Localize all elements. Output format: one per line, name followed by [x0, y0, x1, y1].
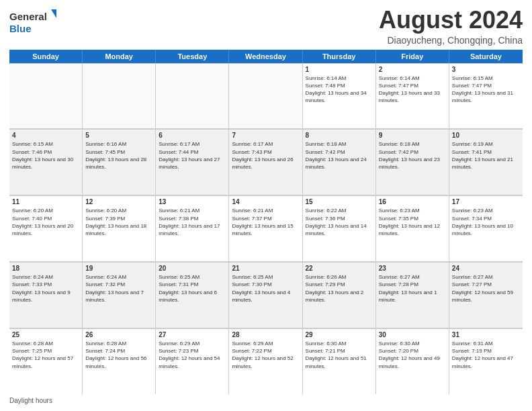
cell-text: Sunrise: 6:30 AM Sunset: 7:20 PM Dayligh… [379, 340, 446, 370]
day-number: 19 [85, 265, 152, 272]
cell-text: Sunrise: 6:17 AM Sunset: 7:44 PM Dayligh… [159, 140, 226, 171]
calendar-header-day: Thursday [303, 50, 376, 63]
cell-text: Sunrise: 6:27 AM Sunset: 7:27 PM Dayligh… [452, 273, 520, 304]
cell-text: Sunrise: 6:31 AM Sunset: 7:19 PM Dayligh… [452, 340, 520, 370]
calendar-cell: 6Sunrise: 6:17 AM Sunset: 7:44 PM Daylig… [156, 129, 229, 195]
day-number: 4 [12, 132, 79, 139]
calendar-cell: 4Sunrise: 6:15 AM Sunset: 7:46 PM Daylig… [9, 129, 83, 195]
calendar-cell: 13Sunrise: 6:21 AM Sunset: 7:38 PM Dayli… [156, 195, 229, 261]
calendar-cell: 14Sunrise: 6:21 AM Sunset: 7:37 PM Dayli… [229, 195, 302, 261]
svg-text:General: General [9, 11, 47, 22]
day-number: 26 [85, 331, 152, 338]
title-section: August 2024 Diaoyucheng, Chongqing, Chin… [379, 7, 523, 46]
calendar-cell: 12Sunrise: 6:20 AM Sunset: 7:39 PM Dayli… [83, 195, 156, 261]
calendar-header-day: Saturday [449, 50, 523, 63]
calendar-cell: 25Sunrise: 6:28 AM Sunset: 7:25 PM Dayli… [9, 328, 83, 394]
calendar-cell: 9Sunrise: 6:18 AM Sunset: 7:42 PM Daylig… [376, 129, 449, 195]
calendar-cell: 2Sunrise: 6:14 AM Sunset: 7:47 PM Daylig… [376, 63, 449, 129]
cell-text: Sunrise: 6:18 AM Sunset: 7:42 PM Dayligh… [306, 140, 373, 171]
day-number: 3 [452, 66, 520, 73]
cell-text: Sunrise: 6:20 AM Sunset: 7:40 PM Dayligh… [12, 207, 79, 237]
calendar-header: SundayMondayTuesdayWednesdayThursdayFrid… [9, 50, 523, 63]
header: General Blue August 2024 Diaoyucheng, Ch… [9, 7, 523, 46]
subtitle: Diaoyucheng, Chongqing, China [379, 35, 523, 46]
day-number: 13 [159, 198, 226, 205]
logo: General Blue [9, 7, 56, 36]
calendar-cell [156, 63, 229, 129]
calendar-cell: 20Sunrise: 6:25 AM Sunset: 7:31 PM Dayli… [156, 262, 229, 328]
day-number: 20 [159, 265, 226, 272]
cell-text: Sunrise: 6:26 AM Sunset: 7:29 PM Dayligh… [306, 273, 373, 304]
calendar-cell: 5Sunrise: 6:16 AM Sunset: 7:45 PM Daylig… [83, 129, 156, 195]
calendar-cell: 3Sunrise: 6:15 AM Sunset: 7:47 PM Daylig… [449, 63, 523, 129]
calendar-header-day: Wednesday [229, 50, 302, 63]
day-number: 11 [12, 198, 79, 205]
calendar-body: 1Sunrise: 6:14 AM Sunset: 7:48 PM Daylig… [9, 63, 523, 394]
calendar-cell: 22Sunrise: 6:26 AM Sunset: 7:29 PM Dayli… [303, 262, 376, 328]
calendar-cell: 30Sunrise: 6:30 AM Sunset: 7:20 PM Dayli… [376, 328, 449, 394]
day-number: 27 [159, 331, 226, 338]
calendar-cell: 8Sunrise: 6:18 AM Sunset: 7:42 PM Daylig… [303, 129, 376, 195]
calendar-row: 4Sunrise: 6:15 AM Sunset: 7:46 PM Daylig… [9, 129, 523, 195]
day-number: 5 [85, 132, 152, 139]
cell-text: Sunrise: 6:14 AM Sunset: 7:47 PM Dayligh… [379, 75, 446, 105]
day-number: 7 [232, 132, 299, 139]
calendar-cell [83, 63, 156, 129]
calendar-cell: 18Sunrise: 6:24 AM Sunset: 7:33 PM Dayli… [9, 262, 83, 328]
cell-text: Sunrise: 6:18 AM Sunset: 7:42 PM Dayligh… [379, 140, 446, 171]
calendar-header-day: Sunday [9, 50, 83, 63]
main-title: August 2024 [379, 7, 523, 34]
day-number: 14 [232, 198, 299, 205]
cell-text: Sunrise: 6:23 AM Sunset: 7:34 PM Dayligh… [452, 207, 520, 237]
calendar-cell: 15Sunrise: 6:22 AM Sunset: 7:36 PM Dayli… [303, 195, 376, 261]
footer: Daylight hours [9, 397, 523, 404]
calendar-cell: 7Sunrise: 6:17 AM Sunset: 7:43 PM Daylig… [229, 129, 302, 195]
cell-text: Sunrise: 6:30 AM Sunset: 7:21 PM Dayligh… [306, 340, 373, 370]
cell-text: Sunrise: 6:15 AM Sunset: 7:46 PM Dayligh… [12, 140, 79, 171]
calendar-cell: 16Sunrise: 6:23 AM Sunset: 7:35 PM Dayli… [376, 195, 449, 261]
daylight-label: Daylight hours [9, 397, 52, 404]
calendar-cell: 31Sunrise: 6:31 AM Sunset: 7:19 PM Dayli… [449, 328, 523, 394]
day-number: 9 [379, 132, 446, 139]
day-number: 17 [452, 198, 520, 205]
day-number: 29 [306, 331, 373, 338]
day-number: 18 [12, 265, 79, 272]
day-number: 6 [159, 132, 226, 139]
day-number: 21 [232, 265, 299, 272]
day-number: 10 [452, 132, 520, 139]
calendar-cell: 26Sunrise: 6:28 AM Sunset: 7:24 PM Dayli… [83, 328, 156, 394]
calendar-cell: 10Sunrise: 6:19 AM Sunset: 7:41 PM Dayli… [449, 129, 523, 195]
calendar: SundayMondayTuesdayWednesdayThursdayFrid… [9, 50, 523, 394]
cell-text: Sunrise: 6:29 AM Sunset: 7:22 PM Dayligh… [232, 340, 299, 370]
cell-text: Sunrise: 6:25 AM Sunset: 7:31 PM Dayligh… [159, 273, 226, 304]
page: General Blue August 2024 Diaoyucheng, Ch… [0, 0, 532, 411]
calendar-cell: 11Sunrise: 6:20 AM Sunset: 7:40 PM Dayli… [9, 195, 83, 261]
calendar-cell [9, 63, 83, 129]
day-number: 25 [12, 331, 79, 338]
cell-text: Sunrise: 6:27 AM Sunset: 7:28 PM Dayligh… [379, 273, 446, 304]
calendar-cell: 28Sunrise: 6:29 AM Sunset: 7:22 PM Dayli… [229, 328, 302, 394]
calendar-row: 25Sunrise: 6:28 AM Sunset: 7:25 PM Dayli… [9, 328, 523, 394]
logo-svg: General Blue [9, 7, 56, 36]
cell-text: Sunrise: 6:28 AM Sunset: 7:25 PM Dayligh… [12, 340, 79, 370]
day-number: 15 [306, 198, 373, 205]
calendar-cell: 23Sunrise: 6:27 AM Sunset: 7:28 PM Dayli… [376, 262, 449, 328]
calendar-cell: 27Sunrise: 6:29 AM Sunset: 7:23 PM Dayli… [156, 328, 229, 394]
cell-text: Sunrise: 6:24 AM Sunset: 7:33 PM Dayligh… [12, 273, 79, 304]
svg-text:Blue: Blue [9, 23, 32, 34]
cell-text: Sunrise: 6:23 AM Sunset: 7:35 PM Dayligh… [379, 207, 446, 237]
day-number: 22 [306, 265, 373, 272]
day-number: 23 [379, 265, 446, 272]
calendar-cell [229, 63, 302, 129]
calendar-cell: 1Sunrise: 6:14 AM Sunset: 7:48 PM Daylig… [303, 63, 376, 129]
calendar-row: 1Sunrise: 6:14 AM Sunset: 7:48 PM Daylig… [9, 63, 523, 130]
cell-text: Sunrise: 6:21 AM Sunset: 7:38 PM Dayligh… [159, 207, 226, 237]
calendar-header-day: Tuesday [156, 50, 229, 63]
day-number: 16 [379, 198, 446, 205]
day-number: 12 [85, 198, 152, 205]
cell-text: Sunrise: 6:16 AM Sunset: 7:45 PM Dayligh… [85, 140, 152, 171]
calendar-cell: 19Sunrise: 6:24 AM Sunset: 7:32 PM Dayli… [83, 262, 156, 328]
calendar-cell: 17Sunrise: 6:23 AM Sunset: 7:34 PM Dayli… [449, 195, 523, 261]
day-number: 28 [232, 331, 299, 338]
day-number: 30 [379, 331, 446, 338]
